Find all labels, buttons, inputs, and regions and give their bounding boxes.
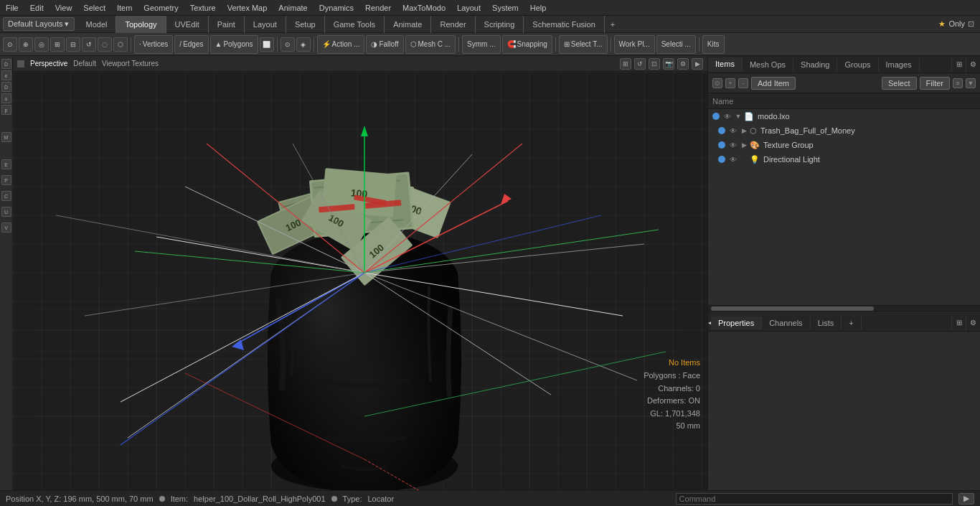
sidebar-btn-6[interactable]: M: [1, 132, 11, 142]
menu-select[interactable]: Select: [77, 2, 111, 14]
sidebar-btn-8[interactable]: P: [1, 175, 11, 185]
toolbar-icon-6[interactable]: ↺: [82, 37, 96, 52]
vis-icon-trashbag[interactable]: 👁: [728, 126, 738, 136]
sidebar-btn-5[interactable]: p: [1, 105, 11, 115]
menu-animate[interactable]: Animate: [273, 2, 313, 14]
menu-edit[interactable]: Edit: [24, 2, 50, 14]
tree-item-trashbag[interactable]: 👁 ▶ ⬡ Trash_Bag_Full_of_Money: [708, 123, 980, 138]
toolbar-icon-11[interactable]: ◈: [296, 37, 311, 52]
expand-root[interactable]: ▼: [734, 112, 743, 121]
sidebar-btn-4[interactable]: u: [1, 93, 11, 103]
tab-properties[interactable]: Properties: [711, 317, 762, 329]
tab-shading[interactable]: Shading: [793, 58, 837, 71]
menu-render[interactable]: Render: [359, 2, 397, 14]
default-layouts-dropdown[interactable]: Default Layouts ▾: [3, 17, 75, 31]
menu-file[interactable]: File: [0, 2, 24, 14]
menu-item[interactable]: Item: [111, 2, 138, 14]
expand-dirlight[interactable]: [740, 155, 748, 164]
vis-icon-root[interactable]: 👁: [722, 111, 732, 121]
sidebar-btn-2[interactable]: e: [1, 70, 11, 80]
tab-mesh-ops[interactable]: Mesh Ops: [743, 58, 793, 71]
items-add-icon[interactable]: +: [725, 78, 735, 88]
expand-trashbag[interactable]: ▶: [740, 126, 748, 135]
items-menu-icon[interactable]: ▼: [966, 78, 976, 88]
add-layout-button[interactable]: +: [605, 18, 621, 31]
toolbar-icon-8[interactable]: ⬡: [113, 37, 128, 52]
sidebar-btn-11[interactable]: V: [1, 222, 11, 233]
tab-channels[interactable]: Channels: [762, 317, 810, 329]
tab-setup[interactable]: Setup: [286, 16, 325, 33]
sidebar-btn-3[interactable]: D: [1, 82, 11, 92]
sidebar-btn-9[interactable]: C: [1, 191, 11, 201]
sidebar-btn-10[interactable]: U: [1, 207, 11, 217]
menu-texture[interactable]: Texture: [184, 2, 222, 14]
filter-button[interactable]: Filter: [920, 77, 950, 90]
panel-expand-icon[interactable]: ⊞: [951, 57, 966, 72]
viewport-fit-icon[interactable]: ⊞: [620, 58, 631, 70]
viewport-perspective-label[interactable]: Perspective: [30, 60, 67, 67]
toolbar-icon-3[interactable]: ◎: [34, 37, 49, 52]
visibility-dot-dirlight[interactable]: [718, 156, 725, 163]
tab-paint[interactable]: Paint: [209, 16, 245, 33]
visibility-dot-root[interactable]: [712, 113, 720, 120]
tab-lists[interactable]: Lists: [811, 317, 842, 329]
tab-plus[interactable]: +: [842, 317, 861, 329]
tab-topology[interactable]: Topology: [116, 16, 166, 33]
symmetry-button[interactable]: Symm ...: [462, 35, 500, 54]
falloff-button[interactable]: ◑ Falloff: [366, 35, 403, 54]
viewport-expand-icon[interactable]: ▶: [692, 58, 703, 70]
scene-tree[interactable]: 👁 ▼ 📄 modo.lxo 👁 ▶ ⬡ Trash_Bag_Full_of_M…: [708, 109, 980, 305]
tab-game-tools[interactable]: Game Tools: [325, 16, 385, 33]
tree-item-root[interactable]: 👁 ▼ 📄 modo.lxo: [708, 109, 980, 123]
visibility-dot-trashbag[interactable]: [718, 127, 725, 134]
viewport-rotate-icon[interactable]: ↺: [634, 58, 646, 70]
toolbar-icon-2[interactable]: ⊕: [19, 37, 33, 52]
items-view-icon[interactable]: ⊙: [712, 78, 722, 88]
viewport-zoom-fit-icon[interactable]: ⊡: [649, 58, 660, 70]
tab-model[interactable]: Model: [77, 16, 117, 33]
select-button[interactable]: Select: [882, 77, 917, 90]
tab-scripting[interactable]: Scripting: [476, 16, 524, 33]
selection-button[interactable]: Selecti ...: [656, 35, 696, 54]
tab-animate[interactable]: Animate: [385, 16, 431, 33]
action-button[interactable]: ⚡ Action ...: [317, 35, 365, 54]
tree-item-texgroup[interactable]: 👁 ▶ 🎨 Texture Group: [708, 138, 980, 152]
menu-help[interactable]: Help: [524, 2, 552, 14]
viewport-textures-label[interactable]: Viewport Textures: [102, 60, 159, 67]
tab-groups[interactable]: Groups: [837, 58, 878, 71]
vis-icon-texgroup[interactable]: 👁: [728, 140, 738, 150]
menu-geometry[interactable]: Geometry: [138, 2, 184, 14]
viewport-toggle[interactable]: [17, 60, 24, 67]
items-remove-icon[interactable]: -: [738, 78, 748, 88]
maximize-icon[interactable]: ⊡: [968, 19, 974, 29]
toolbar-icon-4[interactable]: ⊞: [50, 37, 65, 52]
toolbar-icon-10[interactable]: ⊙: [281, 37, 295, 52]
vertices-button[interactable]: · Vertices: [134, 35, 173, 54]
menu-view[interactable]: View: [50, 2, 78, 14]
toolbar-icon-9[interactable]: ⬜: [260, 37, 274, 52]
tab-items[interactable]: Items: [708, 57, 743, 72]
prop-settings-icon[interactable]: ⚙: [966, 316, 980, 330]
viewport-canvas[interactable]: 100 100 100: [13, 72, 707, 490]
select-tool-button[interactable]: ⊞ Select T...: [559, 35, 608, 54]
tab-schematic-fusion[interactable]: Schematic Fusion: [524, 16, 604, 33]
snapping-button[interactable]: 🧲 Snapping: [502, 35, 552, 54]
viewport[interactable]: Perspective Default Viewport Textures ⊞ …: [13, 56, 707, 490]
command-execute-icon[interactable]: ▶: [958, 493, 974, 505]
menu-system[interactable]: System: [486, 2, 524, 14]
edges-button[interactable]: / Edges: [174, 35, 208, 54]
work-plane-button[interactable]: Work Pl...: [614, 35, 655, 54]
menu-layout[interactable]: Layout: [451, 2, 486, 14]
sidebar-btn-1[interactable]: D: [1, 59, 11, 69]
menu-vertex-map[interactable]: Vertex Map: [222, 2, 273, 14]
viewport-camera-icon[interactable]: 📷: [663, 58, 674, 70]
expand-texgroup[interactable]: ▶: [740, 141, 748, 149]
vis-icon-dirlight[interactable]: 👁: [728, 154, 738, 164]
tab-uvedit[interactable]: UVEdit: [166, 16, 209, 33]
tab-render[interactable]: Render: [431, 16, 475, 33]
panel-settings-icon[interactable]: ⚙: [966, 57, 980, 72]
items-collapse-icon[interactable]: ≡: [953, 78, 963, 88]
command-input[interactable]: [676, 493, 953, 505]
sidebar-btn-7[interactable]: E: [1, 159, 11, 169]
visibility-dot-texgroup[interactable]: [718, 141, 725, 149]
